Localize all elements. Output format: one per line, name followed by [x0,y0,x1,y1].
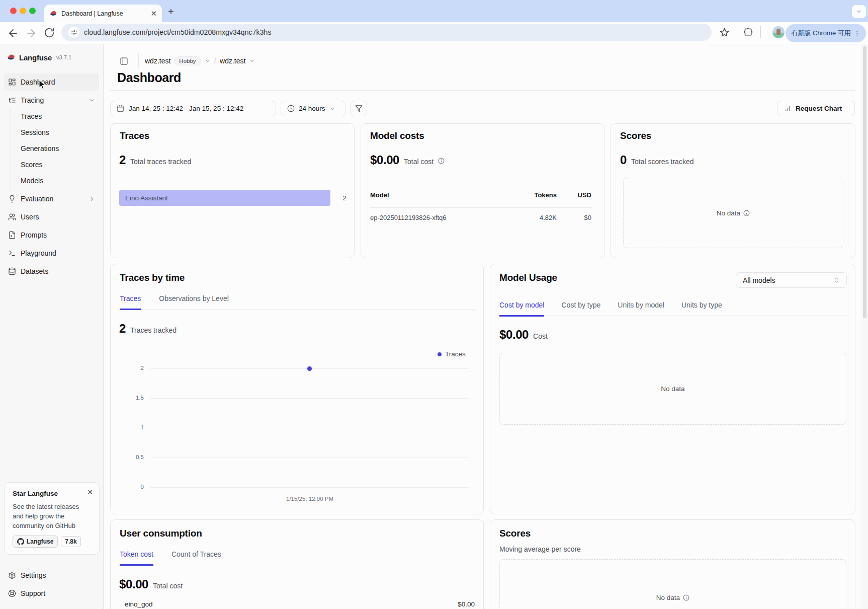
sidebar-item-support[interactable]: Support [4,585,99,601]
scores-empty-state: No data [623,178,843,248]
sidebar-label-dashboard: Dashboard [21,78,55,86]
sidebar-label-users: Users [21,213,39,221]
sidebar-item-traces[interactable]: Traces [15,108,99,124]
tab-title: Dashboard | Langfuse [61,10,146,17]
users-icon [8,213,16,221]
chevron-right-icon [89,196,95,202]
extensions-icon[interactable] [743,27,754,38]
user-consumption-row[interactable]: eino_god $0.00 [125,600,475,608]
playground-icon [8,249,16,257]
forward-icon[interactable] [25,27,37,39]
datasets-icon [8,267,16,275]
breadcrumb-org[interactable]: wdz.test [145,57,170,65]
breadcrumb-project[interactable]: wdz.test [220,57,245,65]
chart-legend[interactable]: Traces [438,350,466,358]
traces-card: Traces 2 Total traces tracked Eino Assis… [110,123,355,258]
traces-bar[interactable]: Eino Assistant [119,190,330,206]
tracing-icon [8,96,16,104]
sidebar-item-playground[interactable]: Playground [4,245,99,261]
scores-bottom-no-data-text: No data [656,594,680,601]
plan-badge: Hobby [174,56,201,65]
langfuse-logo-icon [7,53,16,62]
sidebar-item-evaluation[interactable]: Evaluation [4,191,99,207]
tab-close-icon[interactable]: ✕ [150,10,157,17]
browser-menu-icon[interactable]: ⋮ [854,30,860,37]
back-icon[interactable] [7,27,19,39]
filter-icon [355,105,363,112]
user-consumption-title: User consumption [120,528,202,539]
prompts-icon [8,231,16,239]
model-usage-title: Model Usage [499,272,557,283]
tab-token-cost[interactable]: Token cost [120,550,153,566]
scores-card: Scores 0 Total scores tracked No data [611,123,855,258]
app-version: v3.7.1 [56,54,71,60]
scrollbar-thumb[interactable] [863,46,866,318]
info-icon [683,594,689,601]
traffic-light-zoom[interactable] [29,8,36,14]
browser-tab[interactable]: Dashboard | Langfuse ✕ [44,5,162,22]
sidebar-label-settings: Settings [21,571,46,579]
traces-by-time-tabs: Traces Observations by Level [120,294,475,310]
profile-avatar[interactable] [772,26,785,38]
tab-cost-by-type[interactable]: Cost by type [561,301,600,316]
sidebar-toggle-icon[interactable] [117,54,130,67]
request-chart-label: Request Chart [796,105,842,112]
sidebar-item-prompts[interactable]: Prompts [4,227,99,243]
sidebar-item-generations[interactable]: Generations [15,140,99,157]
select-chevrons-icon [833,277,840,283]
model-costs-table-row[interactable]: ep-20250112193826-xftq6 4.82K $0 [370,208,591,221]
all-models-select[interactable]: All models [736,272,847,288]
sidebar-item-users[interactable]: Users [4,209,99,225]
github-langfuse-button[interactable]: Langfuse [13,536,58,548]
tab-search-chevron[interactable] [852,5,866,18]
new-tab-icon[interactable]: + [168,6,174,18]
star-card-close-icon[interactable]: ✕ [87,489,93,496]
tab-units-by-model[interactable]: Units by model [618,301,664,316]
reload-icon[interactable] [44,27,55,38]
app-logo[interactable]: Langfuse v3.7.1 [7,50,71,64]
sidebar-label-traces: Traces [21,112,42,120]
model-costs-card: Model costs $0.00 Total cost Model Token… [361,123,605,258]
scores-card-title: Scores [620,130,651,141]
project-chevron-icon[interactable] [249,58,255,64]
bookmark-star-icon[interactable] [719,27,730,38]
chart-data-point[interactable] [307,366,312,371]
user-consumption-tabs: Token cost Count of Traces [120,550,475,565]
sidebar-item-datasets[interactable]: Datasets [4,263,99,279]
github-star-count[interactable]: 7.8k [61,536,80,547]
consumption-user-value: $0.00 [458,600,475,608]
usage-cost-value: $0.00 [499,328,529,342]
sidebar-item-tracing[interactable]: Tracing [4,92,99,108]
traffic-light-minimize[interactable] [20,8,26,14]
org-chevron-icon[interactable] [205,58,211,64]
request-chart-button[interactable]: Request Chart [777,101,855,116]
calendar-icon [117,105,124,112]
sidebar-item-scores[interactable]: Scores [15,157,99,173]
github-icon [17,538,24,545]
settings-icon [8,571,16,579]
traces-bar-label: Eino Assistant [125,194,168,202]
date-range-label: Jan 14, 25 : 12:42 - Jan 15, 25 : 12:42 [129,105,243,112]
sidebar-label-generations: Generations [21,144,59,153]
sidebar-item-dashboard[interactable]: Dashboard [4,73,99,91]
scores-total-label: Total scores tracked [631,158,694,166]
sidebar-item-models[interactable]: Models [15,173,99,189]
scores-no-data-text: No data [717,209,740,217]
chrome-update-button[interactable]: 有新版 Chrome 可用 ⋮ [786,24,866,42]
traffic-light-close[interactable] [10,8,17,14]
date-range-button[interactable]: Jan 14, 25 : 12:42 - Jan 15, 25 : 12:42 [110,101,276,116]
tab-count-of-traces[interactable]: Count of Traces [171,550,221,565]
site-settings-icon[interactable] [68,27,79,38]
sidebar-item-sessions[interactable]: Sessions [15,124,99,140]
time-window-button[interactable]: 24 hours [281,101,345,116]
url-bar[interactable]: cloud.langfuse.com/project/cm50idm0208mx… [61,24,712,41]
tab-observations-by-level[interactable]: Observations by Level [159,294,229,309]
sidebar-item-settings[interactable]: Settings [4,567,99,583]
filter-button[interactable] [350,101,367,116]
scores-total-value: 0 [620,153,627,167]
tab-traces[interactable]: Traces [120,294,141,310]
info-icon [438,158,445,164]
tab-cost-by-model[interactable]: Cost by model [499,301,544,317]
tab-units-by-type[interactable]: Units by type [681,301,722,316]
scores-bottom-subtitle: Moving average per score [499,545,581,553]
